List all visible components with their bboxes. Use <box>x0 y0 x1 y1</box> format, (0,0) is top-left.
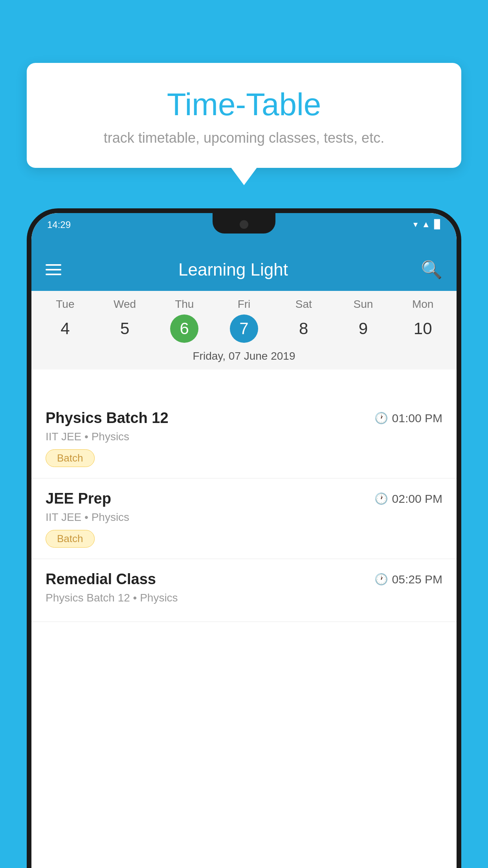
schedule-item-subtitle: IIT JEE • Physics <box>46 511 442 524</box>
calendar-section: Tue4Wed5Thu6Fri7Sat8Sun9Mon10 Friday, 07… <box>31 291 457 370</box>
batch-badge: Batch <box>46 449 95 467</box>
phone-inner: 14:29 ▾ ▲ ▉ Learning Light 🔍 Tue4Wed5Thu… <box>31 213 457 868</box>
tooltip-card: Time-Table track timetable, upcoming cla… <box>27 63 461 168</box>
schedule-item-time: 🕐 05:25 PM <box>374 573 442 586</box>
batch-badge: Batch <box>46 530 95 548</box>
selected-date-label: Friday, 07 June 2019 <box>31 346 457 370</box>
days-row: Tue4Wed5Thu6Fri7Sat8Sun9Mon10 <box>31 291 457 346</box>
app-bar: Learning Light 🔍 <box>31 248 457 291</box>
day-name: Mon <box>412 298 433 311</box>
schedule-item-title: Physics Batch 12 <box>46 410 169 427</box>
clock-icon: 🕐 <box>374 492 388 505</box>
day-col-fri[interactable]: Fri7 <box>214 298 274 343</box>
schedule-item[interactable]: Physics Batch 12🕐 01:00 PMIIT JEE • Phys… <box>31 398 457 478</box>
day-col-tue[interactable]: Tue4 <box>35 298 95 343</box>
search-button[interactable]: 🔍 <box>421 259 442 280</box>
schedule-item[interactable]: JEE Prep🕐 02:00 PMIIT JEE • PhysicsBatch <box>31 478 457 559</box>
day-name: Sun <box>354 298 373 311</box>
schedule-item-title: Remedial Class <box>46 571 156 588</box>
clock-icon: 🕐 <box>374 412 388 425</box>
schedule-item-time: 🕐 02:00 PM <box>374 492 442 506</box>
day-number[interactable]: 10 <box>409 314 437 343</box>
status-bar: 14:29 ▾ ▲ ▉ <box>31 213 457 248</box>
day-col-sun[interactable]: Sun9 <box>334 298 393 343</box>
wifi-icon: ▾ <box>413 219 418 230</box>
schedule-item-time: 🕐 01:00 PM <box>374 412 442 425</box>
clock-icon: 🕐 <box>374 573 388 586</box>
day-number[interactable]: 4 <box>51 314 79 343</box>
day-number[interactable]: 6 <box>170 314 198 343</box>
day-name: Fri <box>238 298 251 311</box>
schedule-item[interactable]: Remedial Class🕐 05:25 PMPhysics Batch 12… <box>31 559 457 622</box>
day-col-mon[interactable]: Mon10 <box>393 298 453 343</box>
signal-icon: ▲ <box>422 219 430 230</box>
phone-frame: 14:29 ▾ ▲ ▉ Learning Light 🔍 Tue4Wed5Thu… <box>27 208 461 868</box>
day-number[interactable]: 9 <box>349 314 377 343</box>
day-name: Tue <box>56 298 74 311</box>
battery-icon: ▉ <box>434 219 441 230</box>
schedule-list: Physics Batch 12🕐 01:00 PMIIT JEE • Phys… <box>31 398 457 868</box>
tooltip-subtitle: track timetable, upcoming classes, tests… <box>46 130 442 146</box>
day-col-thu[interactable]: Thu6 <box>154 298 214 343</box>
notch <box>213 213 275 234</box>
app-title: Learning Light <box>46 260 421 280</box>
schedule-item-subtitle: IIT JEE • Physics <box>46 430 442 443</box>
schedule-item-subtitle: Physics Batch 12 • Physics <box>46 592 442 604</box>
day-col-sat[interactable]: Sat8 <box>274 298 334 343</box>
day-col-wed[interactable]: Wed5 <box>95 298 155 343</box>
camera <box>240 220 248 229</box>
day-number[interactable]: 5 <box>111 314 139 343</box>
day-name: Wed <box>114 298 136 311</box>
schedule-item-title: JEE Prep <box>46 490 111 507</box>
day-number[interactable]: 8 <box>290 314 318 343</box>
day-name: Sat <box>295 298 312 311</box>
day-name: Thu <box>175 298 194 311</box>
tooltip-title: Time-Table <box>46 86 442 123</box>
day-number[interactable]: 7 <box>230 314 258 343</box>
status-icons: ▾ ▲ ▉ <box>413 219 441 230</box>
status-time: 14:29 <box>47 219 71 230</box>
